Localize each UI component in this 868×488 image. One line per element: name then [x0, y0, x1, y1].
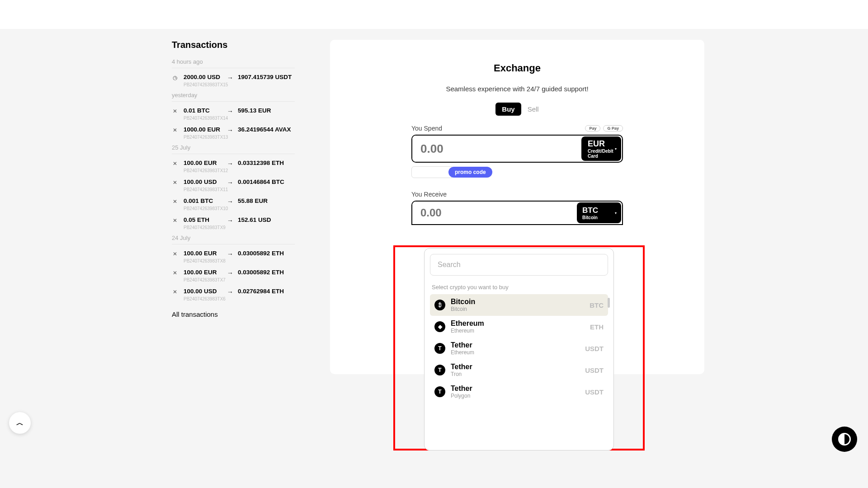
tx-to: 0.03005892 ETH — [238, 250, 295, 257]
crypto-name: Tether — [451, 385, 580, 393]
exchange-tabs: Buy Sell — [495, 103, 538, 116]
tx-id: PB24074263983TX12 — [184, 168, 295, 173]
arrow-right-icon: → — [227, 74, 235, 81]
arrow-right-icon: → — [227, 269, 235, 277]
crypto-network: Tron — [451, 371, 580, 377]
crypto-icon: T — [434, 365, 445, 375]
crypto-network: Ethereum — [451, 328, 585, 334]
crypto-option[interactable]: TTetherEthereumUSDT — [430, 338, 608, 359]
divider — [172, 101, 295, 102]
tx-group-label: yesterday — [172, 92, 295, 99]
spend-input-box: EUR Credit/Debit Card ▾ — [411, 135, 623, 163]
crypto-search-input[interactable] — [430, 254, 608, 276]
status-icon: ✕ — [173, 107, 181, 114]
arrow-right-icon: → — [227, 107, 235, 115]
arrow-right-icon: → — [227, 178, 235, 186]
tx-to: 55.88 EUR — [238, 197, 295, 204]
tx-to: 0.03005892 ETH — [238, 269, 295, 276]
crypto-network: Polygon — [451, 393, 580, 399]
tx-id: PB24074263983TX6 — [184, 296, 295, 301]
spend-field: You Spend Pay G Pay EUR Credit/Debit Car… — [411, 125, 623, 178]
theme-toggle-button[interactable] — [832, 427, 857, 452]
crypto-option[interactable]: ◆EthereumEthereumETH — [430, 316, 608, 338]
transactions-title: Transactions — [172, 40, 295, 50]
tx-to: 36.24196544 AVAX — [238, 126, 295, 133]
transaction-row[interactable]: ✕100.00 EUR→0.03005892 ETH — [172, 248, 295, 258]
receive-input[interactable] — [412, 202, 576, 224]
crypto-option-text: TetherEthereum — [451, 341, 580, 356]
transaction-row[interactable]: ✕0.01 BTC→595.13 EUR — [172, 105, 295, 115]
transaction-row[interactable]: ✕100.00 USD→0.02762984 ETH — [172, 286, 295, 296]
tx-id: PB24074263983TX10 — [184, 206, 295, 211]
arrow-right-icon: → — [227, 126, 235, 134]
transaction-row[interactable]: ✕1000.00 EUR→36.24196544 AVAX — [172, 124, 295, 134]
receive-field: You Receive BTC Bitcoin ▾ — [411, 191, 623, 225]
scrollbar-thumb[interactable] — [608, 298, 610, 308]
spend-currency-button[interactable]: EUR Credit/Debit Card ▾ — [581, 136, 621, 161]
transaction-row[interactable]: ◷2000.00 USD→1907.415739 USDT — [172, 72, 295, 81]
receive-currency-code: BTC — [582, 206, 616, 215]
arrow-right-icon: → — [227, 160, 235, 167]
tx-to: 0.00146864 BTC — [238, 178, 295, 185]
promo-input[interactable] — [411, 166, 452, 178]
tab-buy[interactable]: Buy — [495, 103, 521, 116]
tx-from: 100.00 EUR — [184, 250, 224, 257]
crypto-network: Bitcoin — [451, 306, 584, 312]
crypto-option[interactable]: ₿BitcoinBitcoinBTC — [430, 294, 608, 316]
contrast-icon — [838, 433, 851, 446]
receive-label: You Receive — [411, 191, 623, 198]
tx-id: PB24074263983TX14 — [184, 116, 295, 121]
tx-id: PB24074263983TX9 — [184, 225, 295, 230]
exchange-title: Exchange — [411, 62, 623, 74]
transaction-row[interactable]: ✕0.001 BTC→55.88 EUR — [172, 196, 295, 205]
tx-to: 0.02762984 ETH — [238, 288, 295, 295]
spend-label: You Spend — [411, 125, 442, 132]
all-transactions-link[interactable]: All transactions — [172, 310, 295, 318]
arrow-right-icon: → — [227, 197, 235, 205]
promo-code-button[interactable]: promo code — [448, 167, 492, 178]
crypto-symbol: BTC — [590, 301, 604, 309]
scroll-top-button[interactable]: ︿ — [9, 412, 31, 434]
tx-from: 100.00 USD — [184, 178, 224, 185]
status-icon: ✕ — [173, 288, 181, 295]
tx-id: PB24074263983TX11 — [184, 187, 295, 192]
crypto-name: Tether — [451, 341, 580, 349]
receive-input-box: BTC Bitcoin ▾ — [411, 201, 623, 225]
spend-input[interactable] — [412, 136, 580, 162]
arrow-right-icon: → — [227, 288, 235, 296]
crypto-option-text: TetherPolygon — [451, 385, 580, 399]
crypto-option[interactable]: TTetherPolygonUSDT — [430, 381, 608, 403]
crypto-list: ₿BitcoinBitcoinBTC◆EthereumEthereumETHTT… — [430, 294, 608, 403]
crypto-network: Ethereum — [451, 349, 580, 356]
tab-sell[interactable]: Sell — [528, 105, 539, 113]
tx-to: 595.13 EUR — [238, 107, 295, 114]
google-pay-badge: G Pay — [603, 125, 623, 131]
tx-group-label: 25 July — [172, 144, 295, 151]
tx-to: 0.03312398 ETH — [238, 160, 295, 166]
chevron-down-icon: ▾ — [615, 147, 617, 151]
crypto-symbol: ETH — [590, 323, 604, 331]
status-icon: ✕ — [173, 126, 181, 133]
receive-currency-button[interactable]: BTC Bitcoin ▾ — [577, 202, 621, 223]
exchange-subtitle: Seamless experience with 24/7 guided sup… — [411, 85, 623, 93]
crypto-option-text: EthereumEthereum — [451, 319, 585, 334]
status-icon: ◷ — [173, 74, 181, 81]
crypto-icon: ◆ — [434, 321, 445, 332]
crypto-name: Tether — [451, 363, 580, 371]
chevron-down-icon: ▾ — [615, 211, 617, 215]
transaction-row[interactable]: ✕100.00 EUR→0.03005892 ETH — [172, 267, 295, 277]
transaction-row[interactable]: ✕0.05 ETH→152.61 USD — [172, 215, 295, 224]
tx-id: PB24074263983TX8 — [184, 258, 295, 263]
top-bar — [0, 0, 868, 29]
tx-from: 100.00 EUR — [184, 269, 224, 276]
crypto-name: Ethereum — [451, 319, 585, 328]
transaction-row[interactable]: ✕100.00 USD→0.00146864 BTC — [172, 177, 295, 186]
arrow-right-icon: → — [227, 216, 235, 224]
status-icon: ✕ — [173, 178, 181, 186]
crypto-symbol: USDT — [585, 345, 604, 352]
crypto-option[interactable]: TTetherTronUSDT — [430, 359, 608, 381]
crypto-name: Bitcoin — [451, 298, 584, 306]
spend-currency-sub: Credit/Debit Card — [588, 149, 615, 159]
transaction-row[interactable]: ✕100.00 EUR→0.03312398 ETH — [172, 158, 295, 167]
crypto-symbol: USDT — [585, 388, 604, 396]
